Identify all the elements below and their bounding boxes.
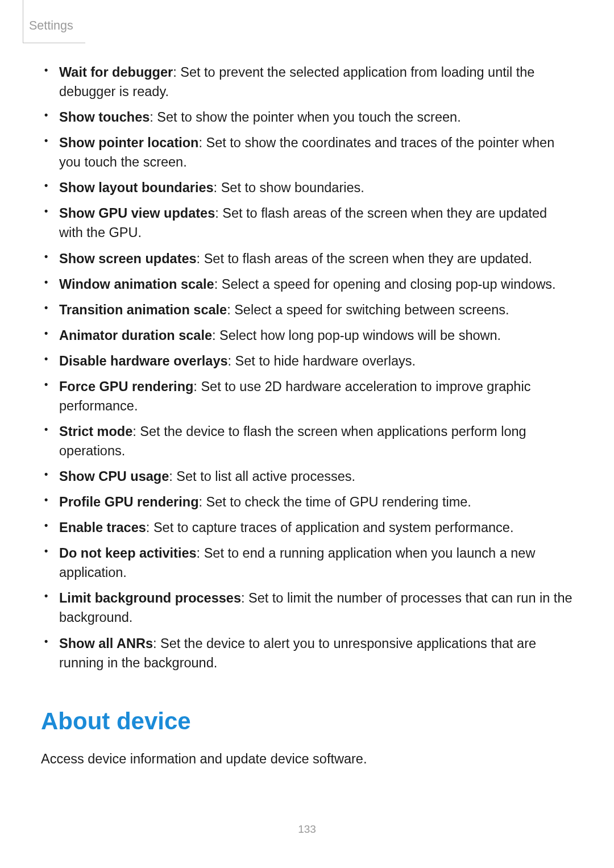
settings-option-item: Do not keep activities: Set to end a run… bbox=[59, 543, 573, 582]
option-title: Disable hardware overlays bbox=[59, 354, 228, 368]
option-title: Force GPU rendering bbox=[59, 379, 193, 394]
section-body-about-device: Access device information and update dev… bbox=[41, 749, 573, 769]
settings-options-list: Wait for debugger: Set to prevent the se… bbox=[41, 63, 573, 672]
settings-option-item: Wait for debugger: Set to prevent the se… bbox=[59, 63, 573, 101]
option-title: Transition animation scale bbox=[59, 302, 227, 317]
settings-option-item: Profile GPU rendering: Set to check the … bbox=[59, 492, 573, 512]
option-description: : Set to hide hardware overlays. bbox=[228, 354, 416, 368]
option-description: : Set to list all active processes. bbox=[169, 469, 355, 484]
option-title: Show GPU view updates bbox=[59, 206, 215, 221]
settings-option-item: Show screen updates: Set to flash areas … bbox=[59, 249, 573, 268]
option-title: Enable traces bbox=[59, 520, 146, 535]
option-title: Animator duration scale bbox=[59, 328, 212, 343]
settings-option-item: Strict mode: Set the device to flash the… bbox=[59, 422, 573, 460]
settings-option-item: Show layout boundaries: Set to show boun… bbox=[59, 178, 573, 197]
option-title: Show screen updates bbox=[59, 251, 197, 266]
option-description: : Set to show the pointer when you touch… bbox=[150, 110, 460, 124]
option-title: Show CPU usage bbox=[59, 469, 169, 484]
option-description: : Set to check the time of GPU rendering… bbox=[199, 495, 471, 509]
settings-option-item: Limit background processes: Set to limit… bbox=[59, 588, 573, 627]
settings-option-item: Animator duration scale: Select how long… bbox=[59, 326, 573, 345]
settings-option-item: Enable traces: Set to capture traces of … bbox=[59, 518, 573, 537]
option-title: Limit background processes bbox=[59, 591, 241, 605]
option-description: : Set to capture traces of application a… bbox=[146, 520, 514, 535]
settings-option-item: Show touches: Set to show the pointer wh… bbox=[59, 107, 573, 127]
option-title: Show all ANRs bbox=[59, 636, 153, 651]
settings-option-item: Show GPU view updates: Set to flash area… bbox=[59, 203, 573, 242]
option-title: Window animation scale bbox=[59, 277, 214, 292]
settings-option-item: Disable hardware overlays: Set to hide h… bbox=[59, 351, 573, 371]
option-description: : Select a speed for switching between s… bbox=[227, 302, 509, 317]
option-title: Strict mode bbox=[59, 424, 132, 439]
settings-option-item: Show CPU usage: Set to list all active p… bbox=[59, 467, 573, 486]
page-content: Wait for debugger: Set to prevent the se… bbox=[0, 0, 614, 769]
option-title: Show layout boundaries bbox=[59, 180, 214, 195]
option-description: : Select a speed for opening and closing… bbox=[214, 277, 556, 292]
option-title: Profile GPU rendering bbox=[59, 495, 199, 509]
option-title: Show pointer location bbox=[59, 135, 198, 150]
settings-option-item: Transition animation scale: Select a spe… bbox=[59, 300, 573, 319]
option-description: : Select how long pop-up windows will be… bbox=[212, 328, 501, 343]
settings-option-item: Show all ANRs: Set the device to alert y… bbox=[59, 634, 573, 672]
option-description: : Set to show boundaries. bbox=[214, 180, 364, 195]
page-number: 133 bbox=[0, 821, 614, 837]
option-title: Do not keep activities bbox=[59, 546, 197, 560]
option-title: Wait for debugger bbox=[59, 65, 173, 80]
settings-option-item: Force GPU rendering: Set to use 2D hardw… bbox=[59, 377, 573, 416]
settings-option-item: Window animation scale: Select a speed f… bbox=[59, 275, 573, 294]
option-description: : Set to flash areas of the screen when … bbox=[197, 251, 532, 266]
section-heading-about-device: About device bbox=[41, 704, 573, 739]
settings-option-item: Show pointer location: Set to show the c… bbox=[59, 133, 573, 172]
option-title: Show touches bbox=[59, 110, 150, 124]
page-header-tab: Settings bbox=[23, 0, 85, 43]
